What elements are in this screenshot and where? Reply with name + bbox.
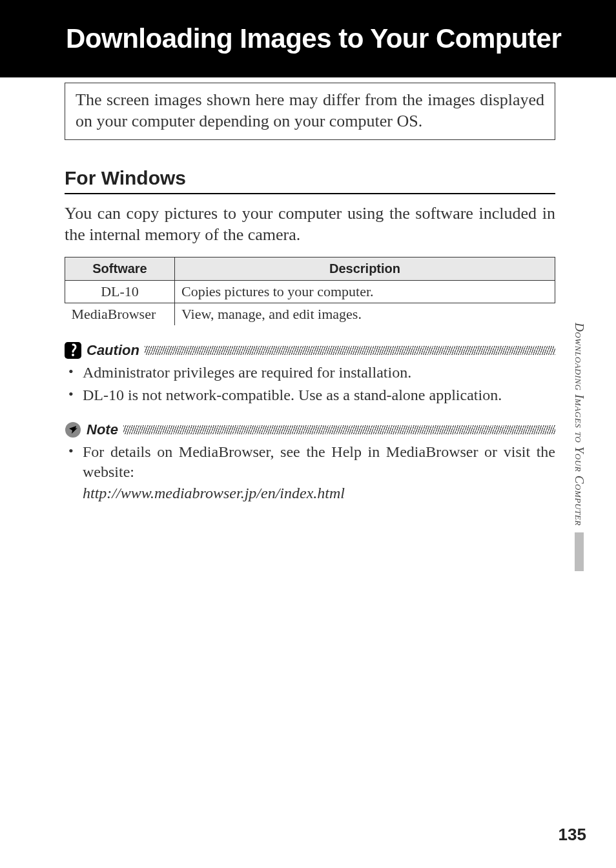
table-header-description: Description	[175, 257, 555, 281]
note-label: Note	[87, 421, 118, 438]
section-intro-text: You can copy pictures to your computer u…	[65, 203, 555, 245]
table-header-row: Software Description	[65, 257, 555, 281]
caution-icon	[65, 342, 81, 359]
list-item: Administrator privileges are required fo…	[65, 363, 555, 383]
hatch-divider	[123, 425, 555, 434]
hatch-divider	[145, 346, 555, 355]
caution-header: Caution	[65, 342, 555, 359]
intro-text: The screen images shown here may differ …	[76, 90, 544, 132]
side-tab-marker	[575, 532, 584, 571]
note-icon	[65, 421, 81, 438]
side-tab: Downloading Images to Your Computer	[570, 323, 589, 607]
note-list: For details on MediaBrowser, see the Hel…	[65, 442, 555, 481]
list-item: DL-10 is not network-compatible. Use as …	[65, 385, 555, 405]
svg-point-1	[72, 354, 74, 356]
software-desc-cell: Copies pictures to your computer.	[175, 281, 555, 303]
table-header-software: Software	[65, 257, 175, 281]
software-name-cell: MediaBrowser	[65, 303, 175, 326]
caution-label: Caution	[87, 342, 139, 359]
side-tab-label: Downloading Images to Your Computer	[572, 323, 586, 526]
table-row: DL-10 Copies pictures to your computer.	[65, 281, 555, 303]
software-name-cell: DL-10	[65, 281, 175, 303]
intro-callout-box: The screen images shown here may differ …	[65, 83, 555, 140]
software-table: Software Description DL-10 Copies pictur…	[65, 257, 555, 325]
chapter-title: Downloading Images to Your Computer	[66, 23, 561, 54]
note-url: http://www.mediabrowser.jp/en/index.html	[65, 485, 555, 502]
note-header: Note	[65, 421, 555, 438]
list-item: For details on MediaBrowser, see the Hel…	[65, 442, 555, 481]
table-row: MediaBrowser View, manage, and edit imag…	[65, 303, 555, 326]
manual-page: Downloading Images to Your Computer The …	[0, 0, 616, 868]
section-heading: For Windows	[65, 167, 555, 194]
caution-list: Administrator privileges are required fo…	[65, 363, 555, 405]
page-content: The screen images shown here may differ …	[65, 83, 555, 502]
software-desc-cell: View, manage, and edit images.	[175, 303, 555, 326]
chapter-title-tab: Downloading Images to Your Computer	[45, 0, 601, 77]
page-number: 135	[559, 825, 586, 845]
